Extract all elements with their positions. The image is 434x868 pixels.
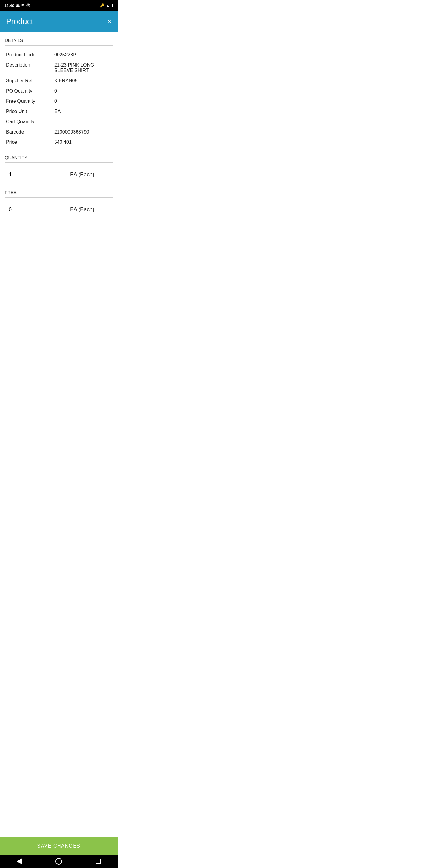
label-cart-quantity: Cart Quantity	[6, 119, 54, 124]
quantity-input[interactable]	[5, 167, 65, 182]
header: Product ×	[0, 11, 118, 32]
quantity-divider	[5, 162, 113, 163]
label-barcode: Barcode	[6, 129, 54, 135]
time-display: 12:40	[4, 3, 14, 8]
quantity-unit: EA (Each)	[70, 172, 94, 178]
details-section: DETAILS Product Code 0025223P Descriptio…	[0, 32, 118, 150]
free-section: FREE EA (Each)	[0, 185, 118, 220]
label-price-unit: Price Unit	[6, 109, 54, 114]
details-section-title: DETAILS	[5, 38, 113, 43]
value-price: 540.401	[54, 140, 112, 145]
battery-icon: ▮	[111, 3, 113, 7]
details-divider	[5, 45, 113, 45]
detail-row-description: Description 21-23 PINK LONG SLEEVE SHIRT	[5, 60, 113, 76]
status-bar-left: 12:40 🖼 ✉ Ⓢ	[4, 3, 30, 8]
detail-row-supplier-ref: Supplier Ref KIERAN05	[5, 76, 113, 86]
content-area: DETAILS Product Code 0025223P Descriptio…	[0, 32, 118, 244]
value-free-quantity: 0	[54, 98, 112, 104]
image-icon: 🖼	[16, 3, 20, 7]
detail-row-product-code: Product Code 0025223P	[5, 50, 113, 60]
skype-icon: Ⓢ	[26, 3, 30, 8]
wifi-icon: ▲	[106, 3, 110, 7]
free-section-title: FREE	[5, 190, 113, 195]
value-barcode: 2100000368790	[54, 129, 112, 135]
label-po-quantity: PO Quantity	[6, 88, 54, 94]
label-free-quantity: Free Quantity	[6, 98, 54, 104]
label-product-code: Product Code	[6, 52, 54, 58]
mail-icon: ✉	[22, 3, 24, 7]
value-product-code: 0025223P	[54, 52, 112, 58]
detail-row-price-unit: Price Unit EA	[5, 106, 113, 117]
quantity-row: EA (Each)	[5, 167, 113, 182]
page-title: Product	[6, 17, 33, 26]
free-unit: EA (Each)	[70, 207, 94, 213]
quantity-section: QUANTITY EA (Each)	[0, 150, 118, 185]
value-po-quantity: 0	[54, 88, 112, 94]
free-divider	[5, 197, 113, 198]
key-icon: 🔑	[100, 3, 104, 7]
free-row: EA (Each)	[5, 202, 113, 217]
detail-row-barcode: Barcode 2100000368790	[5, 127, 113, 137]
label-description: Description	[6, 62, 54, 68]
value-price-unit: EA	[54, 109, 112, 114]
close-button[interactable]: ×	[107, 18, 112, 25]
label-price: Price	[6, 140, 54, 145]
detail-row-po-quantity: PO Quantity 0	[5, 86, 113, 96]
detail-row-free-quantity: Free Quantity 0	[5, 96, 113, 106]
value-supplier-ref: KIERAN05	[54, 78, 112, 84]
label-supplier-ref: Supplier Ref	[6, 78, 54, 84]
free-quantity-input[interactable]	[5, 202, 65, 217]
value-description: 21-23 PINK LONG SLEEVE SHIRT	[54, 62, 112, 73]
details-table: Product Code 0025223P Description 21-23 …	[5, 50, 113, 147]
detail-row-cart-quantity: Cart Quantity	[5, 117, 113, 127]
detail-row-price: Price 540.401	[5, 137, 113, 147]
quantity-section-title: QUANTITY	[5, 155, 113, 160]
status-bar: 12:40 🖼 ✉ Ⓢ 🔑 ▲ ▮	[0, 0, 118, 11]
status-bar-right: 🔑 ▲ ▮	[100, 3, 113, 7]
